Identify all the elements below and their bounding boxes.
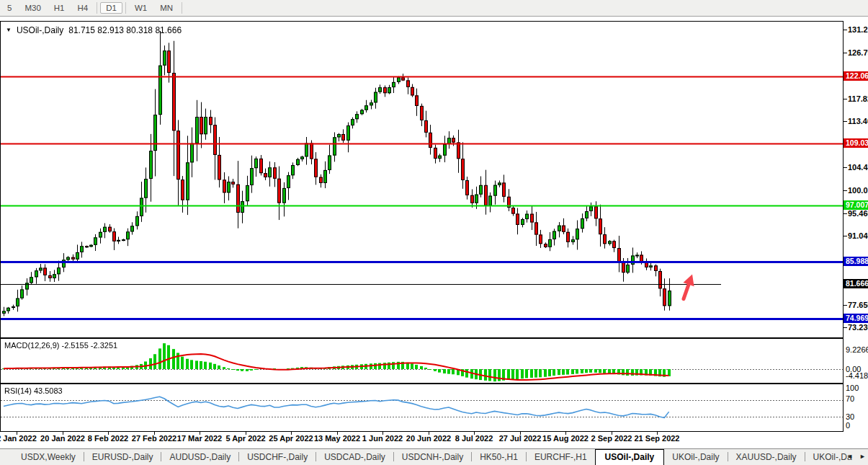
symbol-tab-usdx-weekly[interactable]: USDX,Weekly	[13, 450, 84, 465]
chart-title: ▼ USOil-,Daily 81.715 82.913 80.318 81.6…	[6, 25, 182, 35]
chevron-down-icon[interactable]: ▼	[6, 27, 12, 33]
trading-terminal-window: 5M30H1H4D1W1MN ▼ USOil-,Daily 81.715 82.…	[0, 0, 868, 465]
scroll-right-icon[interactable]: ►	[859, 453, 866, 460]
price-level-tag: 97.007	[844, 200, 868, 210]
price-level-tag: 74.969	[844, 314, 868, 323]
price-level-tag: 85.988	[844, 257, 868, 266]
date-tick-label: 8 Jul 2022	[455, 434, 493, 443]
toolbar-separator	[182, 2, 182, 14]
price-level-tag: 109.038	[844, 138, 868, 148]
timeframe-button-h1[interactable]: H1	[48, 2, 71, 14]
rsi-axis-label: 30	[846, 412, 854, 421]
price-tick-label: 117.820	[848, 94, 868, 103]
rsi-indicator-panel	[0, 384, 844, 432]
date-tick-label: 2 Jan 2022	[0, 434, 37, 443]
price-tick-mark	[844, 327, 847, 328]
date-tick-label: 1 Jun 2022	[362, 434, 403, 443]
price-tick-label: 73.230	[848, 323, 868, 332]
timeframe-button-5[interactable]: 5	[1, 2, 17, 14]
date-tick-label: 20 Jun 2022	[406, 434, 451, 443]
rsi-axis-label: 0	[846, 421, 850, 430]
price-tick-mark	[844, 53, 847, 53]
macd-canvas[interactable]	[1, 339, 843, 383]
price-tick-label: 91.040	[848, 231, 868, 240]
date-tick-label: 20 Jan 2022	[40, 434, 85, 443]
price-tick-mark	[844, 213, 847, 214]
price-chart-canvas[interactable]	[1, 22, 843, 337]
price-tick-mark	[844, 190, 847, 191]
price-tick-label: 113.400	[848, 117, 868, 125]
date-tick-label: 2 Sep 2022	[591, 434, 632, 443]
symbol-tab-ukoil-daily[interactable]: UKOil-,Daily	[664, 450, 727, 465]
symbol-tab-eurchf-h1[interactable]: EURCHF-,H1	[527, 450, 595, 465]
symbol-tab-eurusd-daily[interactable]: EURUSD-,Daily	[84, 450, 161, 465]
rsi-canvas[interactable]	[1, 384, 843, 431]
symbol-tab-usoil-daily[interactable]: USOil-,Daily	[595, 449, 665, 465]
price-tick-mark	[844, 30, 847, 30]
date-tick-label: 17 Mar 2022	[177, 434, 222, 443]
price-tick-label: 131.210	[848, 25, 868, 34]
symbol-tab-usdcnh-daily[interactable]: USDCNH-,Daily	[394, 450, 471, 465]
timeframe-button-h4[interactable]: H4	[71, 2, 94, 14]
rsi-axis-label: 70	[846, 394, 854, 403]
date-tick-label: 25 Apr 2022	[269, 434, 313, 443]
price-tick-label: 77.650	[848, 301, 868, 309]
date-tick-label: 5 Apr 2022	[225, 434, 265, 443]
price-chart-panel	[0, 21, 844, 338]
price-level-tag: 122.068	[844, 71, 868, 81]
symbol-tab-audusd-daily[interactable]: AUDUSD-,Daily	[161, 450, 238, 465]
price-tick-label: 100.010	[848, 186, 868, 195]
price-tick-mark	[844, 236, 847, 236]
symbol-tab-usdcad-daily[interactable]: USDCAD-,Daily	[316, 450, 393, 465]
timeframe-button-mn[interactable]: MN	[154, 2, 179, 14]
date-tick-label: 15 Aug 2022	[542, 434, 589, 443]
chart-ohlc-values: 81.715 82.913 80.318 81.666	[68, 25, 182, 35]
scroll-left-icon[interactable]: ◄	[846, 453, 853, 460]
price-tick-mark	[844, 305, 847, 306]
toolbar-separator	[97, 2, 97, 14]
price-tick-label: 104.430	[848, 163, 868, 172]
price-tick-mark	[844, 99, 847, 99]
price-tick-label: 95.460	[848, 209, 868, 218]
date-tick-label: 27 Feb 2022	[132, 434, 176, 443]
macd-indicator-panel	[0, 338, 844, 384]
price-tick-label: 126.790	[848, 48, 868, 57]
macd-axis-label: -4.4188	[846, 371, 868, 380]
rsi-axis-label: 100	[846, 384, 859, 392]
rsi-label: RSI(14) 43.5083	[4, 386, 63, 395]
price-tick-mark	[844, 167, 847, 168]
symbol-tab-usdchf-daily[interactable]: USDCHF-,Daily	[239, 450, 316, 465]
date-tick-label: 27 Jul 2022	[499, 434, 542, 443]
timeframe-button-d1[interactable]: D1	[100, 2, 122, 14]
price-level-tag: 81.666	[844, 279, 868, 288]
date-tick-label: 8 Feb 2022	[88, 434, 128, 443]
date-tick-label: 21 Sep 2022	[635, 434, 680, 443]
chart-symbol-label: USOil-,Daily	[17, 25, 63, 35]
macd-label: MACD(12,26,9) -2.5155 -2.3251	[4, 341, 117, 350]
timeframe-button-w1[interactable]: W1	[129, 2, 153, 14]
date-tick-label: 13 May 2022	[314, 434, 360, 443]
timeframe-button-m30[interactable]: M30	[19, 2, 46, 14]
macd-axis-label: 9.2266	[846, 345, 868, 354]
symbol-tab-xauusd-daily[interactable]: XAUUSD-,Daily	[728, 450, 805, 465]
symbol-tab-bar: USDX,WeeklyEURUSD-,DailyAUDUSD-,DailyUSD…	[0, 448, 868, 465]
symbol-tab-hk50-h1[interactable]: HK50-,H1	[472, 450, 526, 465]
tab-scroll-arrows: ◄ ►	[846, 453, 866, 460]
toolbar-separator	[125, 2, 126, 14]
price-tick-mark	[844, 121, 847, 122]
timeframe-toolbar: 5M30H1H4D1W1MN	[0, 0, 868, 17]
